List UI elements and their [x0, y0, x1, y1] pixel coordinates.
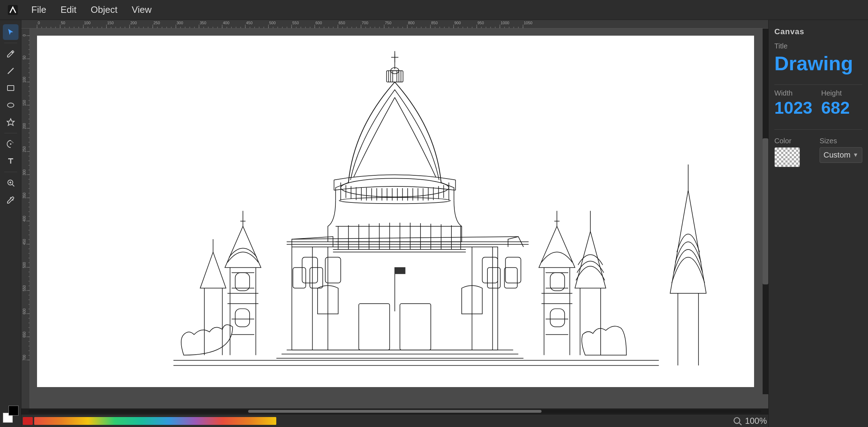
horizontal-scrollbar[interactable] [21, 408, 768, 414]
text-tool[interactable] [3, 153, 19, 169]
ruler-v-canvas [21, 29, 30, 385]
sizes-label: Sizes [820, 137, 862, 145]
line-tool[interactable] [3, 63, 19, 79]
menu-view[interactable]: View [126, 2, 157, 17]
svg-marker-4 [7, 119, 14, 125]
tool-separator-1 [4, 43, 17, 43]
zoom-tool[interactable] [3, 175, 19, 191]
dropper-tool[interactable] [3, 192, 19, 208]
dropdown-arrow-icon: ▼ [853, 152, 858, 158]
tool-separator-3 [4, 172, 17, 172]
color-preview[interactable] [774, 147, 800, 167]
sizes-prop: Sizes Custom ▼ [820, 137, 862, 167]
color-swatches[interactable] [3, 406, 19, 423]
canvas-props-grid: Width 1023 Height 682 [774, 89, 862, 117]
width-value: 1023 [774, 99, 816, 117]
svg-line-119 [739, 423, 741, 425]
vertical-scrollbar[interactable] [763, 29, 768, 394]
height-prop: Height 682 [821, 89, 863, 117]
title-label: Title [774, 42, 862, 50]
svg-rect-2 [7, 86, 14, 91]
panel-divider-2 [774, 129, 862, 130]
app-icon [6, 3, 20, 17]
star-tool[interactable] [3, 114, 19, 130]
panel-divider-1 [774, 84, 862, 85]
svg-point-118 [734, 417, 739, 423]
drawing-canvas[interactable] [30, 29, 768, 408]
canvas-area: 100% [21, 20, 768, 427]
hscroll-track [28, 410, 761, 413]
zoom-indicator: 100% [732, 416, 767, 426]
toolbar [0, 20, 21, 427]
ruler-h-canvas [30, 20, 768, 28]
tool-separator-2 [4, 133, 17, 133]
ellipse-tool[interactable] [3, 97, 19, 113]
cathedral-drawing [37, 36, 754, 387]
sizes-value: Custom [823, 150, 851, 160]
width-label: Width [774, 89, 816, 97]
zoom-icon [732, 416, 742, 426]
main-area: 100% Canvas Title Drawing Width 1023 Hei… [0, 20, 868, 427]
color-prop: Color [774, 137, 814, 167]
menubar: File Edit Object View [0, 0, 868, 20]
zoom-level: 100% [745, 416, 767, 426]
color-size-row: Color Sizes Custom ▼ [774, 137, 862, 167]
vscroll-thumb[interactable] [763, 138, 768, 284]
color-palette[interactable] [34, 417, 276, 425]
svg-point-5 [10, 143, 11, 145]
canvas-content [37, 36, 754, 387]
right-panel: Canvas Title Drawing Width 1023 Height 6… [768, 20, 868, 427]
select-tool[interactable] [3, 24, 19, 40]
height-label: Height [821, 89, 863, 97]
svg-line-7 [12, 185, 14, 187]
height-value: 682 [821, 99, 863, 117]
sizes-dropdown[interactable]: Custom ▼ [820, 147, 862, 163]
menu-file[interactable]: File [26, 2, 52, 17]
svg-line-1 [8, 68, 14, 74]
menu-object[interactable]: Object [85, 2, 123, 17]
menu-edit[interactable]: Edit [55, 2, 82, 17]
svg-rect-117 [395, 268, 405, 274]
active-color-swatch[interactable] [23, 417, 33, 425]
canvas-title-value: Drawing [774, 52, 862, 74]
pen-tool[interactable] [3, 136, 19, 152]
hscroll-thumb[interactable] [248, 410, 541, 413]
color-label: Color [774, 137, 814, 145]
panel-title: Canvas [774, 27, 862, 36]
canvas-with-ruler [21, 29, 768, 408]
foreground-color-swatch[interactable] [9, 406, 19, 416]
ruler-horizontal [21, 20, 768, 29]
width-prop: Width 1023 [774, 89, 816, 117]
ruler-vertical [21, 29, 30, 408]
rectangle-tool[interactable] [3, 80, 19, 96]
svg-point-3 [7, 103, 14, 107]
pencil-tool[interactable] [3, 46, 19, 62]
colorbar: 100% [21, 414, 768, 427]
